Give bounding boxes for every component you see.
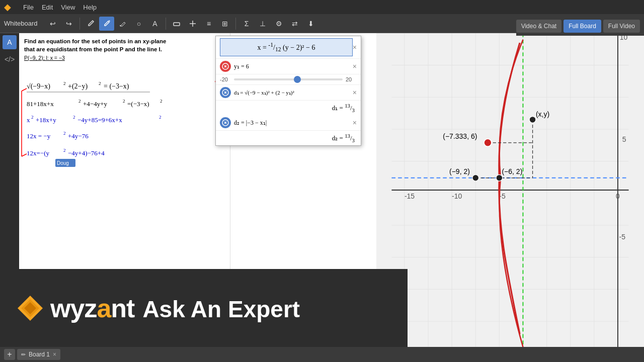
slider-max: 20 — [346, 76, 357, 82]
svg-text:2: 2 — [31, 115, 34, 120]
d1-value-row: d₁ = 13/3 — [216, 101, 361, 115]
redo-button[interactable]: ↪ — [61, 17, 76, 31]
separator-1 — [79, 18, 80, 30]
svg-text:-10: -10 — [452, 192, 462, 200]
sidebar-text-icon[interactable]: A — [3, 35, 17, 49]
menu-logo: ◆ — [4, 2, 11, 13]
separator-3 — [235, 18, 236, 30]
formula-panel: x = -1/12 (y − 2)² − 6 × y₁ = 6 × -20 20 — [215, 36, 361, 146]
svg-point-71 — [484, 139, 492, 146]
svg-text:(−6, 2): (−6, 2) — [502, 167, 522, 175]
svg-text:x: x — [27, 116, 30, 124]
svg-point-70 — [472, 174, 479, 181]
slider-thumb[interactable] — [294, 76, 301, 83]
svg-text:-15: -15 — [405, 192, 415, 200]
d2-value: d₂ = 13/3 — [332, 133, 355, 143]
svg-text:+18x+y: +18x+y — [36, 116, 56, 124]
svg-point-72 — [496, 174, 503, 181]
svg-text:−4y+85=9+6x+x: −4y+85=9+6x+x — [77, 116, 122, 124]
wyzant-logo: wyzant Ask An Expert — [15, 293, 300, 323]
y1-close[interactable]: × — [353, 62, 357, 70]
problem-line1: Find an equation for the set of points i… — [24, 37, 220, 45]
tab-close-icon[interactable]: × — [53, 351, 56, 358]
svg-text:√(−9−x): √(−9−x) — [27, 82, 50, 90]
d1-close[interactable]: × — [353, 88, 357, 97]
d2-icon — [220, 117, 231, 128]
lines-tool[interactable]: ≡ — [201, 17, 216, 31]
svg-text:2: 2 — [63, 81, 66, 86]
eraser-tool[interactable] — [169, 17, 184, 31]
svg-text:+(2−y): +(2−y) — [68, 82, 88, 90]
undo-button[interactable]: ↩ — [45, 17, 60, 31]
y1-row: y₁ = 6 × — [216, 59, 361, 74]
graph-svg: 10 5 -5 -15 -10 -5 0 — [376, 33, 644, 347]
d1-icon — [220, 87, 231, 98]
gear-tool[interactable]: ⚙ — [271, 17, 286, 31]
d1-value: d₁ = 13/3 — [332, 103, 355, 113]
download-tool[interactable]: ⬇ — [303, 17, 318, 31]
svg-text:81+18x+x: 81+18x+x — [27, 100, 54, 108]
svg-text:(x,y): (x,y) — [536, 110, 549, 118]
d1-formula: d₁ = √(−9 − x₁)² + (2 − y₁)² — [234, 89, 350, 96]
svg-text:-5: -5 — [619, 233, 625, 241]
menu-file[interactable]: File — [23, 4, 34, 11]
menu-view[interactable]: View — [61, 4, 75, 11]
svg-text:0: 0 — [616, 192, 620, 200]
d1-row: d₁ = √(−9 − x₁)² + (2 − y₁)² × — [216, 85, 361, 101]
d2-formula: d₂ = |−3 − x₁| — [234, 119, 350, 127]
svg-text:2: 2 — [159, 115, 162, 120]
add-tab-button[interactable]: + — [4, 349, 15, 360]
whiteboard-title: Whiteboard — [4, 20, 39, 27]
svg-text:2: 2 — [63, 131, 66, 136]
d2-row: d₂ = |−3 − x₁| × — [216, 115, 361, 131]
svg-text:5: 5 — [622, 135, 626, 143]
slider-min: -20 — [220, 76, 231, 82]
d2-close[interactable]: × — [353, 119, 357, 127]
svg-text:= (−3−x): = (−3−x) — [104, 82, 129, 90]
sigma-tool[interactable]: Σ — [239, 17, 254, 31]
y1-icon — [220, 61, 231, 72]
pencil-tool[interactable] — [99, 17, 114, 31]
pen-tool[interactable] — [83, 17, 98, 31]
sidebar-code-icon[interactable]: </> — [3, 52, 17, 66]
svg-text:−4y+4)−76+4: −4y+4)−76+4 — [68, 149, 105, 157]
tab-bar: + ✏ Board 1 × — [0, 347, 644, 362]
perp-tool[interactable]: ⊥ — [255, 17, 270, 31]
svg-text:12x=−(y: 12x=−(y — [27, 149, 49, 157]
d2-value-row: d₂ = 13/3 — [216, 131, 361, 145]
svg-text:2: 2 — [99, 81, 101, 86]
problem-statement: Find an equation for the set of points i… — [24, 37, 220, 62]
highlight-eraser[interactable] — [185, 17, 200, 31]
text-tool[interactable]: A — [147, 17, 163, 31]
y1-label: y₁ = 6 — [234, 63, 350, 70]
svg-text:2: 2 — [78, 99, 81, 104]
full-board-button[interactable]: Full Board — [564, 20, 601, 33]
tab-pencil-icon: ✏ — [21, 351, 26, 358]
slider-row[interactable]: -20 20 — [216, 74, 361, 85]
svg-text:+4−4y+y: +4−4y+y — [83, 100, 107, 108]
video-chat-button[interactable]: Video & Chat — [516, 20, 562, 33]
slider-track[interactable] — [234, 78, 343, 80]
full-video-button[interactable]: Full Video — [603, 20, 640, 33]
svg-text:-5: -5 — [499, 192, 506, 200]
formula-display: x = -1/12 (y − 2)² − 6 — [220, 38, 353, 56]
svg-text:Doug: Doug — [57, 160, 69, 166]
svg-text:2: 2 — [123, 99, 125, 104]
diamond-icon — [15, 293, 45, 323]
highlighter-tool[interactable] — [115, 17, 130, 31]
svg-text:+4y−76: +4y−76 — [68, 132, 89, 140]
menu-edit[interactable]: Edit — [42, 4, 53, 11]
grid-tool[interactable]: ⊞ — [217, 17, 232, 31]
svg-text:=(−3−x): =(−3−x) — [127, 100, 149, 108]
svg-text:(−9, 2): (−9, 2) — [449, 167, 470, 175]
circle-tool[interactable]: ○ — [131, 17, 146, 31]
menu-help[interactable]: Help — [83, 4, 97, 11]
problem-line3: P(−9, 2); l: x = −3 — [24, 54, 220, 62]
formula-close[interactable]: × — [353, 43, 357, 51]
separator-2 — [166, 18, 166, 30]
svg-text:2: 2 — [160, 99, 163, 104]
svg-text:2: 2 — [73, 115, 75, 120]
swap-tool[interactable]: ⇄ — [287, 17, 302, 31]
board1-tab[interactable]: ✏ Board 1 × — [17, 349, 60, 360]
board1-label: Board 1 — [29, 351, 50, 358]
